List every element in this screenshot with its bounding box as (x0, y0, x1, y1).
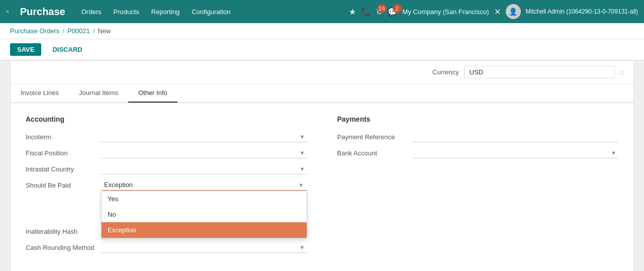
intrastat-country-label: Intrastat Country (26, 165, 96, 173)
field-should-be-paid: Should Be Paid Exception ▼ Yes No Except… (26, 179, 307, 191)
field-incoterm: Incoterm ▼ (26, 131, 307, 142)
should-be-paid-value: Exception (104, 181, 133, 189)
currency-row: Currency USD □ (11, 61, 633, 84)
should-be-paid-select-display[interactable]: Exception ▼ (101, 179, 307, 191)
field-cash-rounding-method: Cash Rounding Method ▼ (26, 242, 307, 253)
accounting-section: Accounting Incoterm ▼ Fiscal Position (26, 115, 307, 258)
bank-account-label: Bank Account (337, 149, 408, 157)
currency-label: Currency (432, 68, 459, 76)
phone-icon[interactable]: 📞 (361, 7, 371, 17)
should-be-paid-arrow-icon: ▼ (299, 182, 304, 188)
chat-icon[interactable]: 💬 2 (388, 7, 398, 17)
user-name: Mitchell Admin (1064290-13-0-709131-all) (526, 8, 638, 15)
nav-reporting[interactable]: Reporting (146, 5, 185, 19)
incoterm-select[interactable] (101, 131, 307, 142)
payments-section: Payments Payment Reference Bank Account … (337, 115, 619, 258)
should-be-paid-option-no[interactable]: No (102, 207, 307, 222)
discard-button[interactable]: DISCARD (45, 43, 89, 56)
cash-rounding-method-select-wrapper[interactable]: ▼ (101, 242, 307, 253)
incoterm-label: Incoterm (26, 133, 96, 141)
cash-rounding-method-label: Cash Rounding Method (26, 244, 96, 251)
fiscal-position-label: Fiscal Position (26, 149, 96, 157)
close-icon[interactable]: ✕ (494, 7, 501, 17)
should-be-paid-dropdown-container: Exception ▼ Yes No Exception (101, 179, 307, 191)
breadcrumb-purchase-orders[interactable]: Purchase Orders (10, 27, 59, 35)
nav-products[interactable]: Products (108, 5, 144, 19)
bank-account-select-wrapper[interactable]: ▼ (413, 147, 619, 158)
topnav-right: ★ 📞 ↻ 24 💬 2 My Company (San Francisco) … (349, 4, 638, 19)
payment-reference-input[interactable] (413, 131, 619, 142)
avatar[interactable]: 👤 (506, 4, 521, 19)
tab-invoice-lines[interactable]: Invoice Lines (11, 84, 69, 103)
nav-orders[interactable]: Orders (76, 5, 107, 19)
grid-menu-icon[interactable]: ▫ (6, 7, 9, 16)
topnav: ▫ Purchase Orders Products Reporting Con… (0, 0, 644, 23)
field-fiscal-position: Fiscal Position ▼ (26, 147, 307, 158)
accounting-title: Accounting (26, 115, 307, 123)
action-bar: SAVE DISCARD (0, 39, 644, 60)
tab-other-info[interactable]: Other Info (128, 84, 177, 103)
nav-configuration[interactable]: Configuration (187, 5, 235, 19)
should-be-paid-dropdown-list: Yes No Exception (101, 191, 307, 238)
fiscal-position-select[interactable] (101, 147, 307, 158)
inalterability-hash-label: Inalterability Hash (26, 228, 96, 235)
fiscal-position-select-wrapper[interactable]: ▼ (101, 147, 307, 158)
breadcrumb-p00021[interactable]: P00021 (67, 27, 90, 35)
sync-badge: 24 (377, 4, 386, 13)
incoterm-select-wrapper[interactable]: ▼ (101, 131, 307, 142)
intrastat-country-select-wrapper[interactable]: ▼ (101, 163, 307, 174)
should-be-paid-option-exception[interactable]: Exception (102, 222, 307, 238)
field-intrastat-country: Intrastat Country ▼ (26, 163, 307, 174)
chat-badge: 2 (393, 4, 402, 13)
star-icon[interactable]: ★ (349, 7, 356, 17)
intrastat-country-select[interactable] (101, 163, 307, 174)
payment-reference-label: Payment Reference (337, 133, 408, 141)
nav-links: Orders Products Reporting Configuration (76, 5, 236, 19)
company-name[interactable]: My Company (San Francisco) (403, 8, 489, 16)
currency-value[interactable]: USD (464, 66, 615, 78)
breadcrumb: Purchase Orders / P00021 / New (0, 23, 644, 39)
currency-expand-icon[interactable]: □ (620, 69, 623, 76)
should-be-paid-option-yes[interactable]: Yes (102, 191, 307, 207)
cash-rounding-method-select[interactable] (101, 242, 307, 252)
payments-title: Payments (337, 115, 619, 123)
form-card: Currency USD □ Invoice Lines Journal Ite… (10, 60, 634, 271)
app-brand: Purchase (20, 6, 65, 18)
field-payment-reference: Payment Reference (337, 131, 619, 142)
sync-icon[interactable]: ↻ 24 (376, 7, 383, 17)
save-button[interactable]: SAVE (10, 43, 41, 56)
should-be-paid-label: Should Be Paid (26, 182, 96, 189)
field-bank-account: Bank Account ▼ (337, 147, 619, 158)
tabs-bar: Invoice Lines Journal Items Other Info (11, 84, 633, 103)
tab-journal-items[interactable]: Journal Items (69, 84, 128, 103)
two-col-layout: Accounting Incoterm ▼ Fiscal Position (26, 115, 618, 258)
breadcrumb-new: New (98, 27, 111, 35)
tab-content-other-info: Accounting Incoterm ▼ Fiscal Position (11, 103, 633, 271)
page-content: Currency USD □ Invoice Lines Journal Ite… (0, 60, 644, 271)
bank-account-select[interactable] (413, 147, 619, 158)
